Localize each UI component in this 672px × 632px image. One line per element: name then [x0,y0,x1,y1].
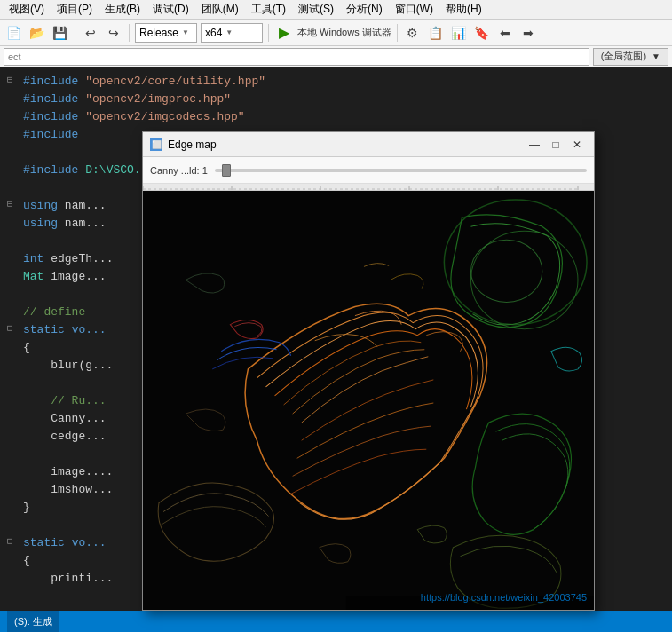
platform-dropdown-arrow: ▼ [225,28,233,36]
toolbar-extra-1[interactable]: ⚙ [403,23,423,43]
toolbar: 📄 📂 💾 ↩ ↪ Release ▼ x64 ▼ ▶ 本地 Windows 调… [0,20,672,46]
menu-test[interactable]: 测试(S) [293,0,339,19]
line-marker-9 [7,215,18,230]
toolbar-extra-5[interactable]: ⬅ [495,23,515,43]
slider-thumb[interactable] [222,164,231,177]
menu-build[interactable]: 生成(B) [99,0,146,19]
toolbar-extra-4[interactable]: 🔖 [472,23,492,43]
menu-team[interactable]: 团队(M) [196,0,244,19]
config-label: Release [139,27,178,39]
window-close-button[interactable]: ✕ [567,137,587,153]
menu-analyze[interactable]: 分析(N) [341,0,388,19]
slider-label: Canny ...ld: 1 [150,165,208,176]
menu-project[interactable]: 项目(P) [51,0,98,19]
line-marker-8: ⊟ [7,197,18,212]
debugger-label: 本地 Windows 调试器 [297,26,391,39]
line-marker-3 [7,108,18,123]
code-line-1: ⊟ #include "opencv2/core/utility.hpp" [7,73,665,91]
window-titlebar: ⬜ Edge map — □ ✕ [143,132,594,157]
toolbar-extra-2[interactable]: 📋 [426,23,446,43]
window-controls: — □ ✕ [525,137,587,153]
toolbar-extra-6[interactable]: ➡ [518,23,538,43]
window-slider-toolbar: Canny ...ld: 1 [143,157,594,184]
window-title-icon: ⬜ [150,138,162,151]
toolbar-sep-1 [75,24,75,42]
status-label-text: (S): 生成 [14,615,52,628]
window-title-text: Edge map [168,138,519,151]
line-marker-2 [7,91,18,106]
platform-label: x64 [205,27,222,39]
status-bar: (S): 生成 [0,611,672,632]
line-marker-5 [7,144,18,159]
line-marker-1: ⊟ [7,73,18,88]
edge-image-area: https://blog.csdn.net/weixin_42003745 [143,191,594,610]
window-maximize-button[interactable]: □ [546,137,565,153]
menu-bar: 视图(V) 项目(P) 生成(B) 调试(D) 团队(M) 工具(T) 测试(S… [0,0,672,20]
toolbar-save[interactable]: 💾 [50,23,69,43]
code-line-2: #include "opencv2/imgproc.hpp" [7,91,665,108]
toolbar-open[interactable]: 📂 [27,23,46,43]
menu-debug[interactable]: 调试(D) [147,0,194,19]
platform-dropdown[interactable]: x64 ▼ [201,23,263,43]
run-button[interactable]: ▶ [274,23,294,43]
window-minimize-button[interactable]: — [525,137,544,153]
toolbar-sep-4 [397,24,398,42]
edge-map-svg [143,191,594,610]
menu-window[interactable]: 窗口(W) [390,0,439,19]
config-dropdown-arrow: ▼ [182,28,189,36]
solution-bar: (全局范围) ▼ [0,46,672,67]
toolbar-sep-3 [268,24,269,42]
solution-search-input[interactable] [4,48,589,66]
toolbar-new[interactable]: 📄 [4,23,23,43]
toolbar-sep-2 [129,24,130,42]
menu-view[interactable]: 视图(V) [4,0,50,19]
config-dropdown[interactable]: Release ▼ [135,23,197,43]
slider-tick-area [143,184,594,191]
line-marker-6 [7,162,18,177]
menu-tools[interactable]: 工具(T) [246,0,291,19]
toolbar-extra-3[interactable]: 📊 [449,23,469,43]
edge-map-window: ⬜ Edge map — □ ✕ Canny ...ld: 1 [142,131,595,611]
scope-label: (全局范围) ▼ [593,48,668,66]
slider-track[interactable] [215,169,587,172]
watermark-text: https://blog.csdn.net/weixin_42003745 [421,592,587,603]
toolbar-undo[interactable]: ↩ [81,23,100,43]
line-marker-7 [7,179,18,194]
svg-rect-7 [143,191,594,610]
code-line-3: #include "opencv2/imgcodecs.hpp" [7,108,665,126]
status-build-label: (S): 生成 [7,611,59,632]
toolbar-redo[interactable]: ↪ [104,23,123,43]
menu-help[interactable]: 帮助(H) [440,0,487,19]
line-marker-4 [7,126,18,141]
